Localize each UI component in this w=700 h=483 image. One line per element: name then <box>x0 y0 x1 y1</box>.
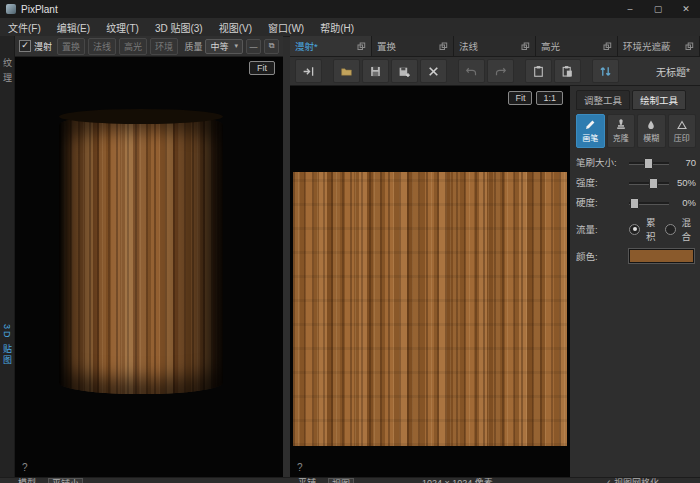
import-button[interactable] <box>295 59 322 83</box>
copy-button[interactable] <box>525 59 552 83</box>
menu-3dmaps[interactable]: 3D 贴图(3) <box>147 18 211 36</box>
map-tab-specular[interactable]: 高光 <box>536 36 618 56</box>
clone-tool-button[interactable]: 克隆 <box>607 114 636 148</box>
paste-button[interactable] <box>554 59 581 83</box>
paint-tools-row: 画笔 克隆 模糊 压印 <box>576 114 696 148</box>
slider-handle[interactable] <box>649 178 658 189</box>
save-icon <box>369 65 382 78</box>
close-button[interactable]: ✕ <box>672 0 700 18</box>
map-tab-normal[interactable]: 法线 <box>454 36 536 56</box>
detach-icon <box>357 42 366 51</box>
specular-toggle[interactable]: 高光 <box>119 38 147 55</box>
preview-3d-viewport[interactable]: Fit ? <box>15 57 283 478</box>
redo-button[interactable] <box>487 59 514 83</box>
slider-handle[interactable] <box>630 198 639 209</box>
strength-row: 强度: 50% <box>576 175 696 189</box>
map-toolbar: 无标题* <box>290 57 700 86</box>
diffuse-checkbox-label[interactable]: 漫射 <box>34 40 52 53</box>
tiling-label: 平铺 <box>298 478 316 483</box>
displacement-toggle[interactable]: 置换 <box>57 38 85 55</box>
tools-tabs: 调整工具 绘制工具 <box>576 90 696 110</box>
undo-button[interactable] <box>458 59 485 83</box>
help-icon-3d[interactable]: ? <box>22 462 28 473</box>
save-as-icon <box>398 65 411 78</box>
grid-toggle-label[interactable]: 视图网格化 <box>614 478 659 483</box>
map-tab-ao[interactable]: 环境光遮蔽 <box>618 36 700 56</box>
side-strip: 纹 理 3D 贴图 <box>0 36 15 478</box>
chevron-down-icon: ▾ <box>234 42 238 50</box>
side-tab-texture[interactable]: 纹 理 <box>1 58 14 85</box>
menu-texture[interactable]: 纹理(T) <box>98 18 147 36</box>
normal-toggle[interactable]: 法线 <box>88 38 116 55</box>
brush-tool-button[interactable]: 画笔 <box>576 114 605 148</box>
detach-panel-button[interactable]: ⧉ <box>264 39 279 54</box>
save-as-button[interactable] <box>391 59 418 83</box>
tab-paint-tools[interactable]: 绘制工具 <box>632 90 686 110</box>
hardness-row: 硬度: 0% <box>576 195 696 209</box>
help-icon-2d[interactable]: ? <box>297 462 303 473</box>
menu-file[interactable]: 文件(F) <box>0 18 49 36</box>
document-title: 无标题* <box>656 64 695 79</box>
view-buttons: Fit 1:1 <box>508 91 563 105</box>
flow-accumulate-label[interactable]: 累积 <box>646 215 656 243</box>
open-button[interactable] <box>333 59 360 83</box>
brush-size-slider[interactable] <box>629 157 669 168</box>
tab-adjust-tools[interactable]: 调整工具 <box>576 90 630 110</box>
quality-select[interactable]: 中等 ▾ <box>205 39 243 54</box>
map-tab-displacement[interactable]: 置换 <box>372 36 454 56</box>
flow-accumulate-radio[interactable] <box>629 224 640 235</box>
color-row: 颜色: <box>576 249 696 263</box>
brush-size-value: 70 <box>672 157 696 168</box>
hardness-slider[interactable] <box>629 197 669 208</box>
flow-label: 流量: <box>576 222 626 236</box>
redo-icon <box>494 65 507 78</box>
hardness-label: 硬度: <box>576 195 626 209</box>
model-select[interactable]: 平铺小 <box>48 478 83 483</box>
close-map-button[interactable] <box>420 59 447 83</box>
fit-button-2d[interactable]: Fit <box>508 91 532 105</box>
flow-blend-label[interactable]: 混合 <box>682 215 692 243</box>
diffuse-checkbox[interactable]: ✓ <box>19 40 31 52</box>
pixplant-window: PixPlant – ▢ ✕ 文件(F) 编辑(E) 纹理(T) 3D 贴图(3… <box>0 0 700 483</box>
preview-3d-panel: ✓ 漫射 置换 法线 高光 环境 质量 中等 ▾ — ⧉ Fit ? <box>15 36 283 478</box>
grid-check-icon[interactable]: ✓ <box>604 478 612 483</box>
save-button[interactable] <box>362 59 389 83</box>
detach-icon <box>603 42 612 51</box>
menu-window[interactable]: 窗口(W) <box>260 18 312 36</box>
side-tab-3dmaps[interactable]: 3D 贴图 <box>1 324 14 366</box>
brush-icon <box>584 119 596 131</box>
collapse-panel-button[interactable]: — <box>246 39 261 54</box>
content-row: Fit 1:1 ? 调整工具 绘制工具 画笔 <box>290 86 700 478</box>
strength-slider[interactable] <box>629 177 669 188</box>
quality-label: 质量 <box>184 40 202 53</box>
image-size-status: 1024 × 1024 像素 <box>422 478 493 483</box>
flow-row: 流量: 累积 混合 <box>576 215 696 243</box>
texture-2d-viewport[interactable]: Fit 1:1 ? <box>290 86 570 478</box>
view-select[interactable]: 视图 <box>328 478 354 483</box>
sync-maps-button[interactable] <box>592 59 619 83</box>
actual-size-button[interactable]: 1:1 <box>536 91 563 105</box>
color-swatch[interactable] <box>629 249 694 263</box>
menu-edit[interactable]: 编辑(E) <box>49 18 98 36</box>
map-tab-row: 漫射* 置换 法线 高光 环境光遮蔽 <box>290 36 700 57</box>
menu-view[interactable]: 视图(V) <box>211 18 260 36</box>
maximize-button[interactable]: ▢ <box>644 0 672 18</box>
map-tab-diffuse[interactable]: 漫射* <box>290 36 372 56</box>
brush-size-row: 笔刷大小: 70 <box>576 155 696 169</box>
environment-toggle[interactable]: 环境 <box>150 38 178 55</box>
blur-tool-button[interactable]: 模糊 <box>637 114 666 148</box>
detach-icon <box>439 42 448 51</box>
minimize-button[interactable]: – <box>616 0 644 18</box>
title-bar: PixPlant – ▢ ✕ <box>0 0 700 19</box>
cylinder-preview <box>59 114 223 394</box>
wood-texture-image <box>293 172 567 446</box>
menu-help[interactable]: 帮助(H) <box>312 18 362 36</box>
emboss-tool-button[interactable]: 压印 <box>668 114 697 148</box>
fit-button-3d[interactable]: Fit <box>249 61 275 75</box>
flow-blend-radio[interactable] <box>665 224 676 235</box>
emboss-icon <box>676 119 688 131</box>
slider-handle[interactable] <box>644 158 653 169</box>
open-folder-icon <box>340 65 353 78</box>
detach-icon <box>521 42 530 51</box>
detach-icon <box>685 42 694 51</box>
